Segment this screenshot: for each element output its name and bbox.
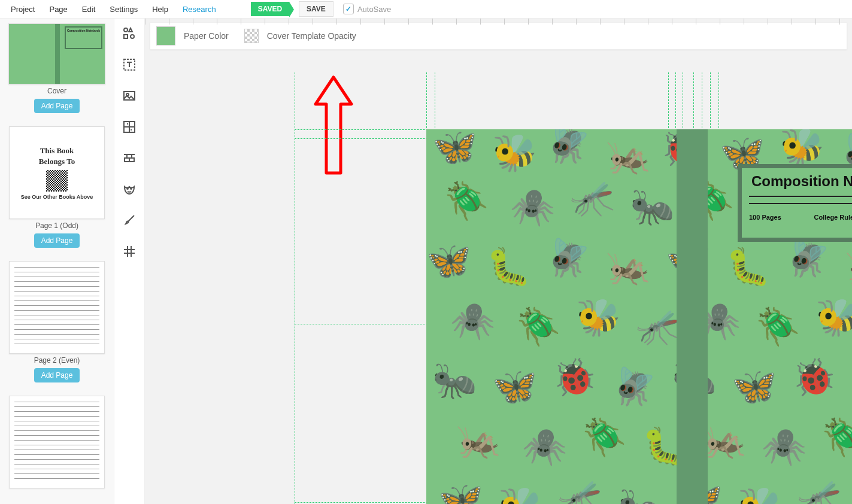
shapes-icon[interactable]: [122, 26, 137, 41]
thumb-label: Page 1 (Odd): [35, 221, 78, 230]
svg-point-7: [131, 188, 132, 189]
menu-edit[interactable]: Edit: [76, 2, 101, 16]
puzzle-icon[interactable]: [122, 119, 137, 135]
menu-settings[interactable]: Settings: [104, 2, 144, 16]
notebook-title: Composition Notebook: [749, 173, 852, 190]
grid-icon[interactable]: [122, 244, 137, 259]
notebook-label-box[interactable]: Composition Notebook 100 Pages College R…: [738, 164, 852, 242]
text-icon[interactable]: [122, 57, 137, 72]
add-page-button[interactable]: Add Page: [34, 368, 80, 382]
brush-icon[interactable]: [122, 212, 137, 228]
canvas-area[interactable]: Paper Color Cover Template Opacity: [145, 19, 852, 504]
paper-color-swatch[interactable]: [156, 26, 175, 45]
opacity-label: Cover Template Opacity: [267, 31, 356, 41]
top-menu-bar: Project Page Edit Settings Help Research…: [0, 0, 852, 19]
paper-color-label: Paper Color: [184, 31, 229, 41]
brick-icon[interactable]: [122, 150, 137, 166]
svg-point-0: [124, 28, 128, 32]
page-thumb-cover[interactable]: Composition Notebook Cover Add Page: [0, 23, 114, 123]
svg-rect-1: [124, 35, 128, 38]
cover-canvas[interactable]: 🦋🐝🪰🦗🐞🦋🐝🪰🦗 🪲🕷️🦟🐜🪲🕷️🦟🐜 🦋🐛🪰🦗🦋🐛🪰🦗🦋 🕷️🪲🐝🦟🕷️🪲🐝…: [426, 129, 852, 504]
mask-icon[interactable]: [122, 181, 137, 197]
page-thumb-3[interactable]: [0, 396, 114, 491]
menu-project[interactable]: Project: [5, 2, 41, 16]
page-thumb-2[interactable]: Page 2 (Even) Add Page: [0, 261, 114, 392]
add-page-button[interactable]: Add Page: [34, 233, 80, 248]
autosave-checkbox[interactable]: ✓: [343, 4, 354, 14]
autosave-label: AutoSave: [357, 5, 391, 14]
context-toolbar: Paper Color Cover Template Opacity: [150, 22, 847, 50]
image-icon[interactable]: [122, 88, 137, 104]
page-thumb-1[interactable]: This Book Belongs To See Our Other Books…: [0, 126, 114, 257]
meta-rule: College Ruled: [814, 214, 853, 221]
thumb-label: Cover: [47, 87, 66, 95]
qr-code-icon: [46, 170, 68, 192]
save-button[interactable]: SAVE: [299, 1, 333, 17]
pages-panel[interactable]: Composition Notebook Cover Add Page This…: [0, 19, 114, 504]
tool-strip: [114, 19, 145, 504]
cover-spine: [677, 129, 708, 504]
opacity-icon[interactable]: [244, 29, 259, 43]
menu-help[interactable]: Help: [146, 2, 174, 16]
meta-pages: 100 Pages: [749, 214, 781, 221]
menu-research[interactable]: Research: [177, 2, 222, 16]
saved-badge: SAVED: [251, 2, 289, 16]
horizontal-ruler: [145, 19, 852, 25]
menu-page[interactable]: Page: [43, 2, 73, 16]
svg-point-6: [127, 188, 128, 189]
autosave-toggle[interactable]: ✓ AutoSave: [343, 4, 391, 14]
canvas-stage[interactable]: 🦋🐝🪰🦗🐞🦋🐝🪰🦗 🪲🕷️🦟🐜🪲🕷️🦟🐜 🦋🐛🪰🦗🦋🐛🪰🦗🦋 🕷️🪲🐝🦟🕷️🪲🐝…: [295, 72, 852, 504]
add-page-button[interactable]: Add Page: [34, 99, 80, 113]
thumb-label: Page 2 (Even): [34, 356, 80, 365]
